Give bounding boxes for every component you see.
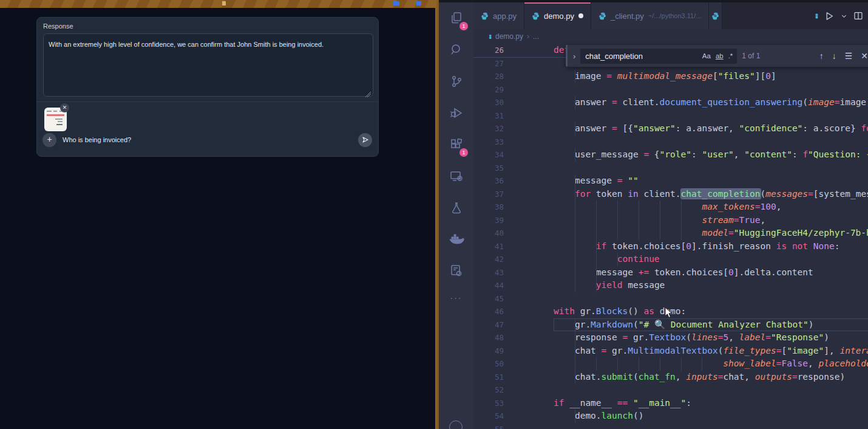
run-python-file-button[interactable] [824,11,835,21]
line-number[interactable]: 53 [473,397,519,410]
line-number[interactable]: 49 [473,345,519,358]
line-number[interactable]: 44 [473,279,519,292]
line-number[interactable]: 40 [473,227,519,240]
code-line[interactable]: message += token.choices[0].delta.conten… [554,266,868,280]
line-number[interactable]: 38 [473,201,519,214]
code-line[interactable] [554,383,868,397]
line-number[interactable]: 48 [473,331,519,345]
whole-word-option[interactable]: ab [716,52,724,60]
code-line[interactable]: chat = gr.MultimodalTextbox(file_types=[… [554,345,868,358]
line-number[interactable]: 32 [473,122,519,136]
line-number[interactable]: 55 [473,423,519,429]
code-line[interactable]: continue [554,253,868,266]
match-case-option[interactable]: Aa [702,52,711,60]
line-number[interactable]: 39 [473,214,519,227]
code-token: in [628,189,638,199]
find-in-selection-button[interactable]: ☰ [845,51,853,61]
activity-run-debug-icon[interactable] [439,97,473,129]
find-widget-sash[interactable] [566,45,568,67]
activity-testing-icon[interactable] [439,192,473,224]
previous-match-button[interactable]: ↑ [819,51,824,61]
line-number[interactable]: 54 [473,410,519,423]
activity-search-icon[interactable] [439,34,473,66]
code-line[interactable]: show_label=False, placeholder= [554,357,868,371]
activity-source-control-icon[interactable] [439,66,473,97]
activity-more-button[interactable]: ··· [439,287,473,309]
line-number[interactable]: 30 [473,96,519,109]
code-line[interactable]: demo.launch() [554,410,868,423]
breadcrumb-more[interactable]: ... [533,32,539,41]
code-line[interactable]: yield message [554,279,868,292]
line-number[interactable]: 35 [473,162,519,175]
line-number[interactable]: 33 [473,136,519,149]
window-titlebar[interactable] [0,0,435,8]
chat-input-text[interactable]: Who is being invoiced? [63,136,131,143]
breadcrumb-separator: › [527,32,529,41]
line-number[interactable]: 47 [473,318,519,332]
find-input[interactable] [580,52,665,61]
code-line[interactable]: gr.Markdown("# 🔍 Document Analyzer Chatb… [554,318,868,332]
code-line[interactable] [554,423,868,429]
tab-partial[interactable] [709,2,722,29]
code-line[interactable]: response = gr.Textbox(lines=5, label="Re… [554,331,868,345]
activity-extensions-icon[interactable]: 1 [439,129,473,160]
code-line[interactable]: image = multimodal_message["files"][0] [554,70,868,83]
line-number[interactable]: 27 [473,57,519,70]
code-line[interactable] [554,83,868,97]
code-line[interactable]: model="HuggingFaceH4/zephyr-7b-beta [554,227,868,240]
response-textarea[interactable] [43,33,373,97]
next-match-button[interactable]: ↓ [832,51,836,61]
code-line[interactable] [554,136,868,149]
line-number[interactable]: 50 [473,357,519,371]
regex-option[interactable]: .* [728,52,733,60]
activity-docker-icon[interactable] [439,224,473,255]
send-button[interactable] [358,133,372,147]
modified-dot-icon[interactable] [578,13,583,18]
line-number[interactable]: 51 [473,371,519,384]
code-line[interactable]: answer = [{"answer": a.answer, "confiden… [554,122,868,136]
code-line[interactable]: stream=True, [554,214,868,227]
line-number[interactable]: 46 [473,305,519,318]
code-line[interactable]: for token in client.chat_completion(mess… [554,188,868,201]
run-dropdown-chevron[interactable] [841,13,847,19]
account-icon[interactable] [449,420,463,429]
line-number[interactable]: 41 [473,240,519,253]
split-editor-button[interactable] [853,11,863,21]
code-line[interactable]: with gr.Blocks() as demo: [554,305,868,318]
toggle-replace-button[interactable]: › [569,52,575,61]
add-file-button[interactable]: + [42,133,56,147]
activity-remote-explorer-icon[interactable] [439,160,473,192]
code-line[interactable]: max_tokens=100, [554,201,868,214]
activity-explorer-icon[interactable]: 1 [439,2,473,34]
line-number[interactable]: 36 [473,174,519,188]
code-token: 5 [723,332,728,342]
remove-attachment-button[interactable]: ✕ [60,103,69,112]
code-line[interactable]: if __name__ == "__main__": [554,397,868,410]
code-line[interactable]: message = "" [554,174,868,188]
line-number[interactable]: 37 [473,188,519,201]
textarea-resize-handle[interactable] [365,92,371,97]
code-line[interactable] [554,162,868,175]
line-number[interactable]: 26 [473,44,519,57]
line-number[interactable]: 34 [473,148,519,162]
breadcrumb-file[interactable]: demo.py [495,32,523,41]
code-line[interactable] [554,292,868,306]
code-line[interactable]: if token.choices[0].finish_reason is not… [554,240,868,253]
line-number[interactable]: 29 [473,83,519,97]
code-line[interactable] [554,109,868,123]
line-number[interactable]: 28 [473,70,519,83]
close-find-button[interactable]: ✕ [861,51,868,61]
line-number[interactable]: 52 [473,383,519,397]
code-line[interactable]: user_message = {"role": "user", "content… [554,148,868,162]
tab-app.py[interactable]: app.py [473,2,524,29]
line-number[interactable]: 43 [473,266,519,280]
line-number[interactable]: 45 [473,292,519,306]
activity-tasks-icon[interactable] [439,255,473,287]
code-line[interactable]: answer = client.document_question_answer… [554,96,868,109]
code-editor[interactable]: def image = multimodal_message["files"][… [554,44,868,429]
line-number[interactable]: 42 [473,253,519,266]
line-number[interactable]: 31 [473,109,519,123]
tab-_client.py[interactable]: _client.py~/.../python3.11/... [591,2,709,29]
code-line[interactable]: chat.submit(chat_fn, inputs=chat, output… [554,371,868,384]
tab-demo.py[interactable]: demo.py [524,2,591,29]
